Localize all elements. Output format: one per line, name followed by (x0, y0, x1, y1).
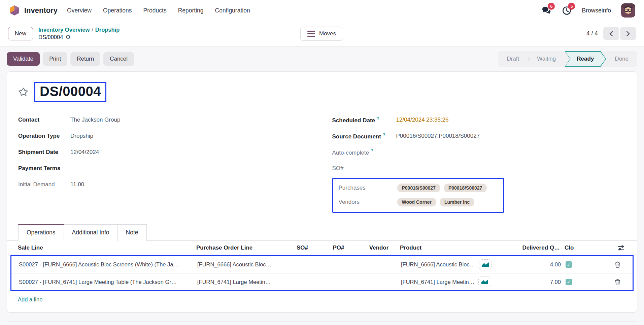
avatar[interactable] (621, 3, 635, 18)
validate-button[interactable]: Validate (7, 52, 40, 66)
right-field-column: Scheduled Date? 12/04/2024 23:35:26 Sour… (332, 112, 626, 213)
app-brand[interactable]: Inventory (9, 5, 58, 16)
trash-icon[interactable] (615, 261, 620, 268)
shipment-date-value[interactable]: 12/04/2024 (70, 149, 99, 156)
header-closed[interactable]: Clo (560, 245, 584, 251)
breadcrumb-inventory-overview[interactable]: Inventory Overview (38, 27, 90, 33)
field-vendors: Vendors Wood Corner Lumber Inc (339, 195, 498, 209)
cell-purchase-order-line[interactable]: [FURN_6741] Large Meetin… (197, 279, 286, 285)
purchase-tag[interactable]: P00016/S00027 (397, 184, 440, 192)
messages-badge: 6 (548, 3, 555, 10)
contact-value[interactable]: The Jackson Group (70, 117, 120, 123)
table-row[interactable]: S00027 - [FURN_6666] Acoustic Bloc Scree… (11, 256, 633, 273)
pager-previous-button[interactable] (603, 27, 619, 40)
field-auto-complete: Auto-complete? (332, 144, 626, 160)
control-panel: New Inventory Overview/Dropship DS/00004… (0, 21, 644, 46)
return-button[interactable]: Return (70, 52, 100, 66)
optional-columns-icon[interactable] (617, 245, 625, 251)
field-purchases: Purchases P00016/S00027 P00018/S00027 (339, 181, 498, 195)
table-header-row: Sale Line Purchase Order Line SO# PO# Ve… (7, 241, 637, 255)
breadcrumb-separator: / (90, 27, 95, 33)
status-step-waiting[interactable]: Waiting (528, 51, 565, 67)
source-document-value[interactable]: P00016/S00027,P00018/S00027 (396, 133, 480, 139)
cell-delivered-qty[interactable]: 7.00 (502, 279, 561, 285)
header-product[interactable]: Product (400, 245, 501, 251)
help-icon[interactable]: ? (377, 116, 379, 121)
pager-count: 4 / 4 (586, 30, 598, 37)
add-a-line-link[interactable]: Add a line (7, 291, 42, 308)
tab-additional-info[interactable]: Additional Info (64, 224, 118, 241)
closed-checkbox[interactable]: ✓ (566, 261, 572, 268)
cancel-button[interactable]: Cancel (103, 52, 134, 66)
field-contact: Contact The Jackson Group (18, 112, 312, 128)
left-field-column: Contact The Jackson Group Operation Type… (18, 112, 312, 213)
record-title[interactable]: DS/00004 (40, 84, 101, 99)
vendor-tag[interactable]: Lumber Inc (440, 198, 474, 206)
cell-delivered-qty[interactable]: 4.00 (502, 261, 561, 268)
breadcrumb-record-ref: DS/00004 (38, 34, 63, 40)
menu-configuration[interactable]: Configuration (215, 7, 250, 14)
user-name[interactable]: Browseinfo (582, 7, 611, 14)
record-title-highlight: DS/00004 (34, 82, 106, 102)
operation-type-value[interactable]: Dropship (70, 133, 93, 139)
field-payment-terms: Payment Terms (18, 160, 312, 176)
status-step-draft[interactable]: Draft (498, 51, 528, 67)
chevron-left-icon (609, 31, 613, 37)
activities-badge: 5 (568, 3, 575, 10)
purchases-vendors-highlight: Purchases P00016/S00027 P00018/S00027 Ve… (332, 178, 504, 213)
field-source-document: Source Document? P00016/S00027,P00018/S0… (332, 128, 626, 144)
field-shipment-date: Shipment Date 12/04/2024 (18, 144, 312, 160)
cell-product[interactable]: [FURN_6666] Acoustic Bloc… (401, 261, 475, 268)
status-step-ready[interactable]: Ready (565, 51, 606, 67)
breadcrumb: Inventory Overview/Dropship DS/00004 ⚙ (38, 27, 120, 41)
header-vendor[interactable]: Vendor (358, 245, 400, 251)
header-sale-line[interactable]: Sale Line (18, 245, 196, 251)
help-icon[interactable]: ? (371, 149, 373, 153)
trash-icon[interactable] (615, 279, 620, 285)
chevron-right-icon (626, 31, 630, 37)
new-button[interactable]: New (8, 27, 33, 40)
status-step-done[interactable]: Done (606, 51, 637, 67)
menu-overview[interactable]: Overview (67, 7, 92, 14)
header-so[interactable]: SO# (285, 245, 319, 251)
field-operation-type: Operation Type Dropship (18, 128, 312, 144)
help-icon[interactable]: ? (383, 132, 385, 137)
hamburger-icon (307, 31, 315, 37)
forecast-chart-icon[interactable] (479, 259, 492, 270)
pager: 4 / 4 (586, 27, 636, 40)
empty-table-row (7, 308, 637, 322)
header-delivered-qty[interactable]: Delivered Q… (501, 245, 560, 251)
cell-product[interactable]: [FURN_6741] Large Meetin… (401, 279, 474, 285)
top-navbar: Inventory Overview Operations Products R… (0, 0, 644, 21)
cell-sale-line[interactable]: S00027 - [FURN_6666] Acoustic Bloc Scree… (19, 261, 197, 268)
forecast-chart-icon[interactable] (478, 277, 491, 287)
notebook-tabs: Operations Additional Info Note (7, 224, 637, 241)
print-button[interactable]: Print (43, 52, 67, 66)
gear-icon[interactable]: ⚙ (65, 34, 70, 41)
action-row: Validate Print Return Cancel Draft Waiti… (7, 51, 637, 67)
activities-button[interactable]: 5 (562, 5, 572, 15)
messages-button[interactable]: 6 (541, 5, 551, 15)
breadcrumb-dropship[interactable]: Dropship (95, 27, 120, 33)
cell-purchase-order-line[interactable]: [FURN_6666] Acoustic Bloc… (197, 261, 286, 268)
pager-next-button[interactable] (620, 27, 636, 40)
scheduled-date-value[interactable]: 12/04/2024 23:35:26 (396, 117, 449, 123)
purchase-tag[interactable]: P00018/S00027 (444, 184, 487, 192)
tab-note[interactable]: Note (118, 224, 147, 241)
move-lines-highlight: S00027 - [FURN_6666] Acoustic Bloc Scree… (10, 255, 634, 291)
cell-sale-line[interactable]: S00027 - [FURN_6741] Large Meeting Table… (19, 279, 197, 285)
header-purchase-order-line[interactable]: Purchase Order Line (196, 245, 285, 251)
moves-button[interactable]: Moves (300, 27, 343, 41)
menu-products[interactable]: Products (143, 7, 167, 14)
field-scheduled-date: Scheduled Date? 12/04/2024 23:35:26 (332, 112, 626, 128)
menu-reporting[interactable]: Reporting (178, 7, 204, 14)
favorite-star-icon[interactable] (18, 87, 29, 97)
vendor-tag[interactable]: Wood Corner (397, 198, 436, 206)
field-so-number: SO# (332, 160, 626, 176)
closed-checkbox[interactable]: ✓ (566, 279, 572, 285)
initial-demand-value[interactable]: 11.00 (70, 181, 84, 188)
menu-operations[interactable]: Operations (103, 7, 132, 14)
header-po[interactable]: PO# (319, 245, 358, 251)
table-row[interactable]: S00027 - [FURN_6741] Large Meeting Table… (11, 273, 633, 290)
tab-operations[interactable]: Operations (18, 224, 64, 241)
